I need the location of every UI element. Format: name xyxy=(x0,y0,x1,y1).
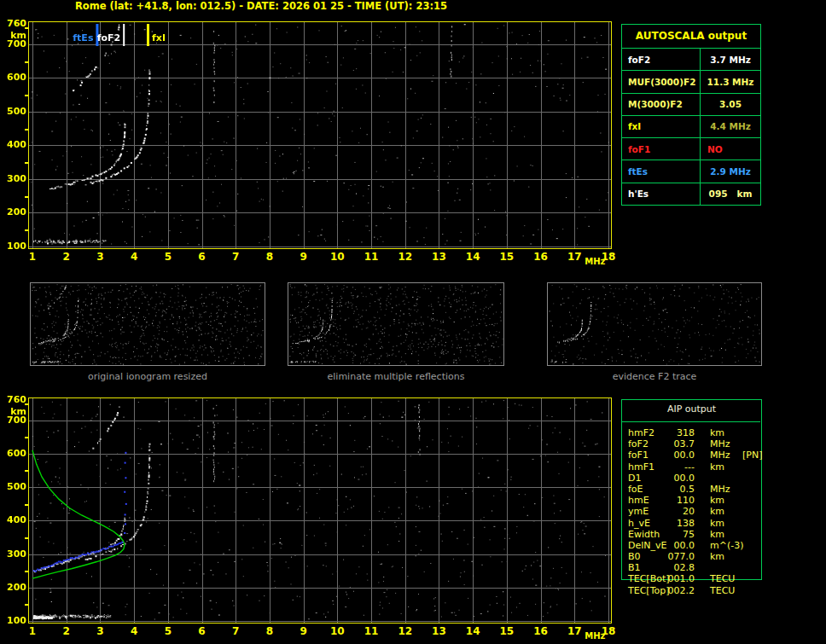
top-ionogram-plot xyxy=(28,21,612,249)
x-tick-label: 8 xyxy=(259,626,281,637)
aip-cell: 077.0 xyxy=(645,551,695,562)
y-tick-label: 500 xyxy=(3,107,26,117)
aip-cell: km xyxy=(710,495,724,506)
aip-cell: 318 xyxy=(645,427,695,438)
aip-row-hmF1: hmF1---km xyxy=(621,461,771,473)
aip-cell: [PN] xyxy=(742,450,762,461)
x-tick-label: 16 xyxy=(530,626,552,637)
y-axis-tick xyxy=(25,537,28,539)
autoscala-row-foF1: foF1NO xyxy=(622,138,760,160)
aip-cell: MHz xyxy=(710,438,730,450)
aip-cell: --- xyxy=(645,461,695,473)
aip-row-B1: B102.8 xyxy=(621,562,771,573)
x-axis-unit: MHz xyxy=(585,631,605,641)
aip-row-ymE: ymE20km xyxy=(621,506,771,517)
aip-table-title: AIP output xyxy=(621,403,762,415)
aip-cell: 02.8 xyxy=(645,562,695,573)
aip-cell: km xyxy=(710,529,724,540)
x-tick-label: 3 xyxy=(89,626,111,637)
y-tick-label: 300 xyxy=(3,174,26,184)
y-axis-tick xyxy=(25,403,28,405)
x-tick-label: 16 xyxy=(530,252,552,263)
y-axis-unit: km xyxy=(3,31,26,41)
y-tick-label: 500 xyxy=(3,482,26,492)
x-tick-label: 15 xyxy=(496,626,518,637)
autoscala-table-title: AUTOSCALA output xyxy=(622,25,760,49)
y-axis-tick xyxy=(25,604,28,606)
x-tick-label: 12 xyxy=(394,626,416,637)
y-tick-label: 200 xyxy=(3,583,26,593)
x-tick-label: 14 xyxy=(462,626,484,637)
x-tick-label: 10 xyxy=(326,252,348,263)
x-tick-label: 15 xyxy=(496,252,518,263)
autoscala-row-label: fxI xyxy=(622,116,701,137)
aip-row-hmE: hmE110km xyxy=(621,495,771,506)
x-tick-label: 13 xyxy=(428,252,450,263)
y-axis-tick xyxy=(25,162,28,164)
aip-row-foF2: foF203.7MHz xyxy=(621,438,771,450)
x-tick-label: 1 xyxy=(21,252,44,263)
aip-row-Ewidth: Ewidth75km xyxy=(621,529,771,540)
thumbnail-multiple-reflections xyxy=(288,282,504,366)
autoscala-row-value: NO xyxy=(701,138,760,160)
aip-row-foF1: foF100.0MHz[PN] xyxy=(621,450,771,461)
marker-label-foF2: foF2 xyxy=(84,32,120,44)
aip-cell: 75 xyxy=(645,529,695,540)
aip-cell: TECU xyxy=(710,573,735,584)
autoscala-row-value: 095 km xyxy=(701,183,760,205)
aip-row-TEC[Top]: TEC[Top]002.2TECU xyxy=(621,585,771,596)
y-tick-label: 400 xyxy=(3,140,26,150)
aip-row-TEC[Bot]: TEC[Bot]001.0TECU xyxy=(621,573,771,584)
thumbnail-caption: original ionogram resized xyxy=(30,371,265,382)
autoscala-row-foF2: foF23.7 MHz xyxy=(622,49,760,71)
aip-cell: B1 xyxy=(628,562,641,573)
aip-rows: hmF2318kmfoF203.7MHzfoF100.0MHz[PN]hmF1-… xyxy=(621,427,771,596)
y-tick-label: 200 xyxy=(3,207,26,218)
autoscala-output-table: AUTOSCALA output foF23.7 MHzMUF(3000)F21… xyxy=(621,24,761,206)
y-axis-tick xyxy=(25,229,28,231)
x-tick-label: 3 xyxy=(89,252,111,263)
aip-cell: 00.0 xyxy=(645,450,695,461)
y-tick-label: 400 xyxy=(3,515,26,525)
x-tick-label: 7 xyxy=(224,626,247,637)
y-axis-tick xyxy=(25,129,28,131)
aip-cell: km xyxy=(710,551,724,562)
x-tick-label: 4 xyxy=(123,626,145,637)
aip-title-separator xyxy=(622,421,760,422)
top-ionogram-canvas xyxy=(29,22,611,248)
autoscala-row-label: h'Es xyxy=(622,183,701,205)
x-tick-label: 8 xyxy=(259,252,281,263)
x-tick-label: 6 xyxy=(191,252,213,263)
y-axis-unit: km xyxy=(3,407,26,417)
thumbnail-f2-trace xyxy=(547,282,762,366)
autoscala-row-value: 4.4 MHz xyxy=(701,116,760,137)
x-tick-label: 14 xyxy=(462,252,484,263)
aip-cell: D1 xyxy=(628,473,641,484)
x-tick-label: 12 xyxy=(394,252,416,263)
aip-row-hmF2: hmF2318km xyxy=(621,427,771,438)
bottom-ionogram-canvas xyxy=(29,398,611,623)
aip-cell: km xyxy=(710,427,724,438)
aip-cell: 001.0 xyxy=(645,573,695,584)
y-axis-tick xyxy=(25,196,28,198)
autoscala-row-value: 2.9 MHz xyxy=(701,160,760,182)
aip-cell: m^(-3) xyxy=(710,540,743,551)
thumbnail-caption: evidence F2 trace xyxy=(547,371,762,382)
x-tick-label: 5 xyxy=(157,252,179,263)
autoscala-row-M(3000)F2: M(3000)F23.05 xyxy=(622,94,760,116)
x-tick-label: 9 xyxy=(293,626,315,637)
aip-row-B0: B0077.0km xyxy=(621,551,771,562)
y-axis-tick xyxy=(25,61,28,63)
x-tick-label: 2 xyxy=(55,626,78,637)
aip-cell: B0 xyxy=(628,551,641,562)
thumbnail-canvas xyxy=(31,283,265,365)
autoscala-row-label: M(3000)F2 xyxy=(622,94,701,115)
y-tick-label: 600 xyxy=(3,449,26,459)
y-tick-label: 600 xyxy=(3,73,26,83)
aip-cell: 03.7 xyxy=(645,438,695,450)
x-tick-label: 7 xyxy=(224,252,247,263)
aip-row-DelN_vE: DelN_vE00.0m^(-3) xyxy=(621,540,771,551)
x-tick-label: 1 xyxy=(21,626,44,637)
aip-cell: MHz xyxy=(710,450,730,461)
aip-cell: km xyxy=(710,518,724,529)
